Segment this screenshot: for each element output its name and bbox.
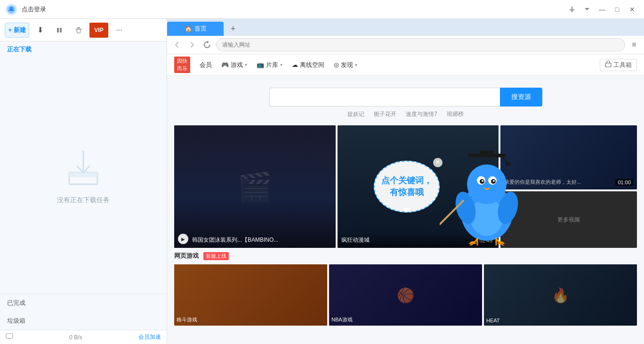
search-hint-2[interactable]: 栀子花开 (374, 110, 396, 118)
video-category: 疯狂动漫城 (341, 237, 370, 243)
svg-rect-7 (57, 28, 59, 33)
window-controls: — □ ✕ (565, 0, 639, 18)
search-input[interactable] (269, 88, 500, 106)
site-nav: 因快 而乐 会员 🎮 游戏 ▾ 📺 片库 ▾ ☁ 离线空间 ◎ (167, 54, 644, 76)
browser-menu-button[interactable]: ≡ (628, 39, 640, 51)
toolbox-label: 工具箱 (613, 61, 632, 69)
svg-rect-8 (60, 28, 62, 33)
vip-text: 会员 (200, 61, 212, 69)
search-button[interactable]: 搜资源 (500, 88, 542, 106)
nav-games[interactable]: 🎮 游戏 ▾ (221, 61, 247, 69)
svg-rect-17 (605, 63, 611, 67)
tab-home[interactable]: 🏠 首页 (167, 22, 224, 36)
content-main: 搜资源 捉妖记 栀子花开 速度与激情7 琅琊榜 🎬 (167, 76, 644, 344)
section-tag: 新服上线 (203, 252, 229, 260)
empty-state-text: 没有正在下载任务 (57, 196, 110, 205)
video-overlay-middle: 疯狂动漫城 (338, 232, 499, 248)
discover-arrow: ▾ (355, 62, 357, 67)
active-downloads-label: 正在下载 (0, 41, 167, 57)
search-hint-3[interactable]: 速度与激情7 (406, 110, 437, 118)
vip-badge[interactable]: 因快 而乐 (174, 57, 190, 73)
library-icon: 📺 (257, 61, 264, 68)
sidebar-toolbar: + 新建 ⬇ VIP ··· (0, 19, 167, 41)
more-videos-label: 更多视频 (557, 216, 580, 224)
svg-rect-10 (77, 27, 80, 28)
minimize-button[interactable]: — (595, 2, 609, 16)
pause-button[interactable] (51, 23, 68, 38)
vip-speed-link[interactable]: 会员加速 (138, 333, 161, 341)
video-thumb-sm-1[interactable]: 格斗游戏 (174, 264, 327, 326)
main-layout: + 新建 ⬇ VIP ··· 正在下载 没有正在下载任务 (0, 19, 644, 344)
home-icon: 🏠 (185, 25, 192, 33)
search-hint-4[interactable]: 琅琊榜 (447, 110, 464, 118)
forward-button[interactable] (186, 39, 198, 51)
video-grid-bottom: 格斗游戏 🏀 NBA游戏 🔥 HEAT (167, 264, 644, 326)
video-duration-rt: 01:00 (615, 179, 633, 186)
video-play-icon[interactable]: ▶ (178, 234, 188, 244)
nav-library[interactable]: 📺 片库 ▾ (257, 61, 282, 69)
video-title: 韩国女团泳装系列...【BAMBINO... (192, 236, 317, 244)
discover-icon: ◎ (334, 61, 339, 68)
video-right-col: 01:00 亲爱的你是我喜欢的老师，太好... 更多视频 (500, 125, 637, 248)
video-thumb-sm-3[interactable]: 🔥 HEAT (484, 264, 637, 326)
video-thumb-main[interactable]: 🎬 ▶ 韩国女团泳装系列...【BAMBINO... (174, 125, 336, 248)
games-arrow: ▾ (245, 62, 247, 67)
sidebar-status-bar: 0 B/s 会员加速 (0, 330, 167, 344)
pin-button[interactable] (565, 2, 579, 16)
download-button[interactable]: ⬇ (32, 23, 48, 38)
nav-vip-label[interactable]: 会员 (200, 61, 212, 69)
refresh-button[interactable] (201, 39, 213, 51)
svg-rect-14 (6, 334, 13, 338)
title-bar: 点击登录 — □ ✕ (0, 0, 644, 19)
speed-display: 0 B/s (69, 334, 82, 341)
video-grid-top: 🎬 ▶ 韩国女团泳装系列...【BAMBINO... 🎮 02:49 疯狂动漫城 (174, 125, 637, 248)
svg-rect-12 (69, 172, 97, 177)
search-hints: 捉妖记 栀子花开 速度与激情7 琅琊榜 (347, 110, 464, 118)
app-logo (5, 3, 18, 16)
section-title: 网页游戏 (174, 252, 199, 260)
back-button[interactable] (171, 39, 183, 51)
new-tab-button[interactable]: + (226, 22, 240, 36)
video-right-bottom[interactable]: 更多视频 (500, 191, 637, 248)
menu-dropdown-button[interactable] (580, 2, 594, 16)
tab-label: 首页 (194, 25, 207, 33)
completed-section[interactable]: 已完成 (0, 294, 167, 312)
bubble-close-button[interactable]: ✕ (433, 158, 443, 167)
video-thumb-middle[interactable]: 🎮 02:49 疯狂动漫城 (338, 125, 499, 248)
nav-offline[interactable]: ☁ 离线空间 (292, 61, 324, 69)
restore-button[interactable]: □ (610, 2, 624, 16)
vip-button[interactable]: VIP (89, 23, 108, 38)
library-arrow: ▾ (280, 62, 282, 67)
video-thumb-sm-2[interactable]: 🏀 NBA游戏 (329, 264, 482, 326)
sidebar: + 新建 ⬇ VIP ··· 正在下载 没有正在下载任务 (0, 19, 167, 344)
games-icon: 🎮 (221, 61, 229, 68)
empty-download-icon (62, 147, 105, 189)
video-title-rt: 亲爱的你是我喜欢的老师，太好... (504, 179, 581, 186)
delete-button[interactable] (70, 23, 87, 38)
svg-rect-4 (570, 9, 574, 10)
more-button[interactable]: ··· (111, 23, 128, 38)
svg-rect-5 (572, 10, 572, 12)
video-section: 🎬 ▶ 韩国女团泳装系列...【BAMBINO... 🎮 02:49 疯狂动漫城 (167, 125, 644, 248)
tab-bar: 🏠 首页 + (167, 19, 644, 36)
svg-rect-3 (572, 7, 572, 9)
url-input[interactable] (216, 38, 625, 51)
close-button[interactable]: ✕ (625, 2, 639, 16)
monitor-icon (6, 333, 13, 342)
nav-discover[interactable]: ◎ 发现 ▾ (334, 61, 357, 69)
search-box: 搜资源 (269, 88, 542, 106)
trash-section[interactable]: 垃圾箱 (0, 312, 167, 330)
browser-chrome: 🏠 首页 + ≡ (167, 19, 644, 54)
title-bar-left: 点击登录 (5, 3, 172, 16)
toolbox-button[interactable]: 工具箱 (600, 59, 637, 71)
sidebar-bottom-nav: 已完成 垃圾箱 (0, 294, 167, 330)
add-task-button[interactable]: + 新建 (5, 23, 29, 38)
search-section: 搜资源 捉妖记 栀子花开 速度与激情7 琅琊榜 (167, 76, 644, 125)
address-bar: ≡ (167, 36, 644, 54)
svg-marker-6 (585, 8, 589, 10)
search-hint-1[interactable]: 捉妖记 (347, 110, 364, 118)
content-area: 🏠 首页 + ≡ (167, 19, 644, 344)
video-right-top[interactable]: 01:00 亲爱的你是我喜欢的老师，太好... (500, 125, 637, 189)
offline-icon: ☁ (292, 61, 298, 68)
toolbox-icon (605, 61, 612, 69)
